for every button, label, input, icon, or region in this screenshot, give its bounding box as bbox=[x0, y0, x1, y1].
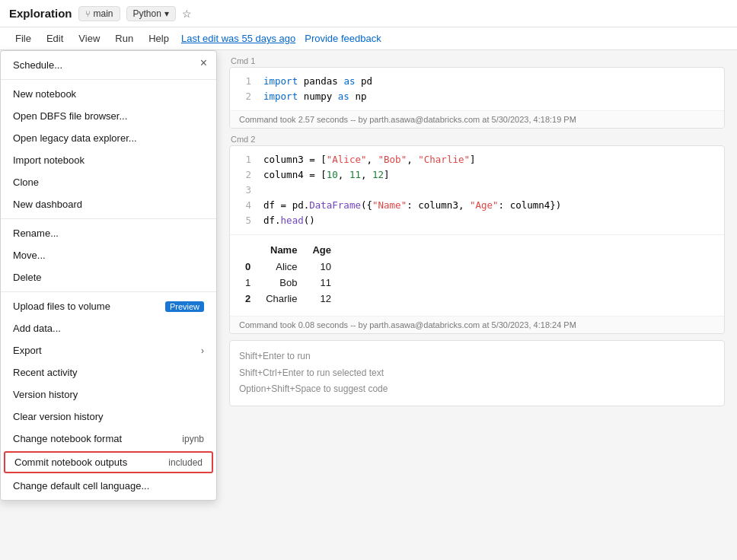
row-name: Alice bbox=[263, 259, 309, 275]
branch-icon: ⑂ bbox=[85, 9, 91, 18]
line-code: df = pd.DataFrame({"Name": column3, "Age… bbox=[263, 198, 715, 213]
menu-new-notebook[interactable]: New notebook bbox=[1, 83, 216, 105]
menu-rename[interactable]: Rename... bbox=[1, 222, 216, 244]
line-2-4: 4 df = pd.DataFrame({"Name": column3, "A… bbox=[239, 198, 715, 213]
hint-shift-enter: Shift+Enter to run bbox=[239, 348, 715, 365]
menu-delete[interactable]: Delete bbox=[1, 266, 216, 288]
cell-1-footer: Command took 2.57 seconds -- by parth.as… bbox=[230, 110, 724, 128]
col-header-index bbox=[242, 241, 263, 259]
top-bar: Exploration ⑂ main Python ▾ ☆ bbox=[0, 0, 737, 27]
menu-export[interactable]: Export › bbox=[1, 339, 216, 361]
row-age: 10 bbox=[309, 259, 343, 275]
dropdown-close-button[interactable]: × bbox=[200, 57, 207, 69]
col-header-name: Name bbox=[263, 241, 309, 259]
row-name: Charlie bbox=[263, 291, 309, 307]
line-code: import pandas as pd bbox=[263, 74, 715, 89]
menu-new-dashboard[interactable]: New dashboard bbox=[1, 193, 216, 215]
line-num: 1 bbox=[239, 152, 251, 167]
line-code: column4 = [10, 11, 12] bbox=[263, 167, 715, 183]
cmd2-label: Cmd 2 bbox=[229, 135, 725, 144]
menu-clear-version-history[interactable]: Clear version history bbox=[1, 406, 216, 428]
main-content: × Schedule... New notebook Open DBFS fil… bbox=[0, 50, 737, 560]
menu-view[interactable]: View bbox=[72, 30, 106, 47]
row-index: 0 bbox=[242, 259, 263, 275]
menu-move[interactable]: Move... bbox=[1, 244, 216, 266]
menu-run[interactable]: Run bbox=[109, 30, 139, 47]
menu-bar: File Edit View Run Help Last edit was 55… bbox=[0, 27, 737, 50]
line-2-2: 2 column4 = [10, 11, 12] bbox=[239, 167, 715, 183]
line-1-2: 2 import numpy as np bbox=[239, 89, 715, 104]
menu-open-legacy[interactable]: Open legacy data explorer... bbox=[1, 127, 216, 149]
outputs-status: included bbox=[168, 457, 203, 468]
chevron-right-icon: › bbox=[201, 345, 204, 356]
line-num: 3 bbox=[239, 183, 251, 198]
cell-1[interactable]: 1 import pandas as pd 2 import numpy as … bbox=[229, 67, 725, 129]
cell-1-code: 1 import pandas as pd 2 import numpy as … bbox=[230, 68, 724, 110]
line-code: import numpy as np bbox=[263, 89, 715, 104]
line-code: column3 = ["Alice", "Bob", "Charlie"] bbox=[263, 152, 715, 167]
cmd1-label: Cmd 1 bbox=[229, 56, 725, 65]
notebook-title: Exploration bbox=[9, 7, 72, 20]
branch-selector[interactable]: ⑂ main bbox=[78, 6, 120, 21]
line-num: 4 bbox=[239, 198, 251, 213]
menu-schedule[interactable]: Schedule... bbox=[1, 54, 216, 76]
line-code: df.head() bbox=[263, 213, 715, 228]
menu-edit[interactable]: Edit bbox=[40, 30, 69, 47]
menu-add-data[interactable]: Add data... bbox=[1, 317, 216, 339]
row-age: 11 bbox=[309, 275, 343, 291]
table-row: 0 Alice 10 bbox=[242, 259, 343, 275]
menu-open-dbfs[interactable]: Open DBFS file browser... bbox=[1, 105, 216, 127]
empty-cell[interactable]: Shift+Enter to run Shift+Ctrl+Enter to r… bbox=[229, 340, 725, 406]
language-selector[interactable]: Python ▾ bbox=[126, 6, 176, 21]
hint-shift-ctrl-enter: Shift+Ctrl+Enter to run selected text bbox=[239, 365, 715, 382]
line-num: 5 bbox=[239, 213, 251, 228]
cell-2-footer: Command took 0.08 seconds -- by parth.as… bbox=[230, 316, 724, 333]
preview-badge: Preview bbox=[165, 301, 204, 312]
output-table: Name Age 0 Alice 10 1 Bob 11 bbox=[230, 234, 724, 316]
line-1-1: 1 import pandas as pd bbox=[239, 74, 715, 89]
cell-2[interactable]: 1 column3 = ["Alice", "Bob", "Charlie"] … bbox=[229, 145, 725, 334]
star-icon[interactable]: ☆ bbox=[182, 8, 192, 20]
menu-version-history[interactable]: Version history bbox=[1, 383, 216, 406]
menu-recent-activity[interactable]: Recent activity bbox=[1, 361, 216, 383]
language-name: Python bbox=[133, 8, 161, 19]
row-age: 12 bbox=[309, 291, 343, 307]
menu-file[interactable]: File bbox=[9, 30, 37, 47]
dropdown-menu: × Schedule... New notebook Open DBFS fil… bbox=[0, 50, 217, 501]
table-row: 1 Bob 11 bbox=[242, 275, 343, 291]
menu-help[interactable]: Help bbox=[142, 30, 175, 47]
separator-3 bbox=[1, 291, 216, 292]
row-name: Bob bbox=[263, 275, 309, 291]
line-num: 2 bbox=[239, 167, 251, 183]
menu-import-notebook[interactable]: Import notebook bbox=[1, 149, 216, 171]
branch-name: main bbox=[94, 8, 113, 19]
cell-2-code: 1 column3 = ["Alice", "Bob", "Charlie"] … bbox=[230, 146, 724, 234]
menu-commit-outputs[interactable]: Commit notebook outputs included bbox=[4, 451, 213, 473]
separator-1 bbox=[1, 79, 216, 80]
provide-feedback-link[interactable]: Provide feedback bbox=[305, 33, 381, 44]
line-code bbox=[263, 183, 715, 198]
menu-change-cell-language[interactable]: Change default cell language... bbox=[1, 475, 216, 497]
table-row: 2 Charlie 12 bbox=[242, 291, 343, 307]
line-2-3: 3 bbox=[239, 183, 715, 198]
format-value: ipynb bbox=[182, 434, 204, 444]
col-header-age: Age bbox=[309, 241, 343, 259]
line-2-5: 5 df.head() bbox=[239, 213, 715, 228]
row-index: 2 bbox=[242, 291, 263, 307]
last-edit-link[interactable]: Last edit was 55 days ago bbox=[181, 33, 295, 44]
separator-2 bbox=[1, 218, 216, 219]
hint-option-shift-space: Option+Shift+Space to suggest code bbox=[239, 381, 715, 398]
notebook-area: Cmd 1 1 import pandas as pd 2 import num… bbox=[217, 50, 737, 560]
menu-clone[interactable]: Clone bbox=[1, 171, 216, 193]
line-num: 1 bbox=[239, 74, 251, 89]
menu-upload-files[interactable]: Upload files to volume Preview bbox=[1, 295, 216, 317]
menu-change-format[interactable]: Change notebook format ipynb bbox=[1, 428, 216, 450]
line-num: 2 bbox=[239, 89, 251, 104]
row-index: 1 bbox=[242, 275, 263, 291]
line-2-1: 1 column3 = ["Alice", "Bob", "Charlie"] bbox=[239, 152, 715, 167]
chevron-down-icon: ▾ bbox=[164, 8, 169, 19]
